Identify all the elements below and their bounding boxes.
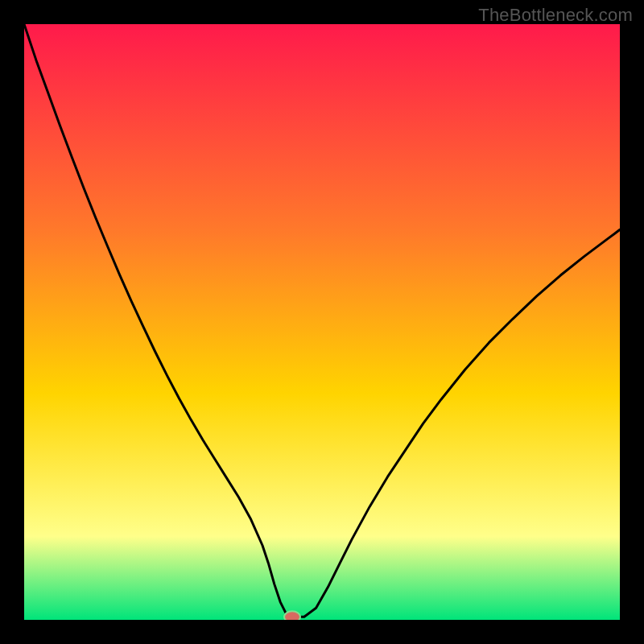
chart-frame: TheBottleneck.com <box>0 0 644 644</box>
watermark-text: TheBottleneck.com <box>478 5 633 26</box>
bottleneck-chart <box>24 24 620 620</box>
optimal-point-marker <box>284 611 300 620</box>
plot-area <box>24 24 620 620</box>
gradient-background <box>24 24 620 620</box>
